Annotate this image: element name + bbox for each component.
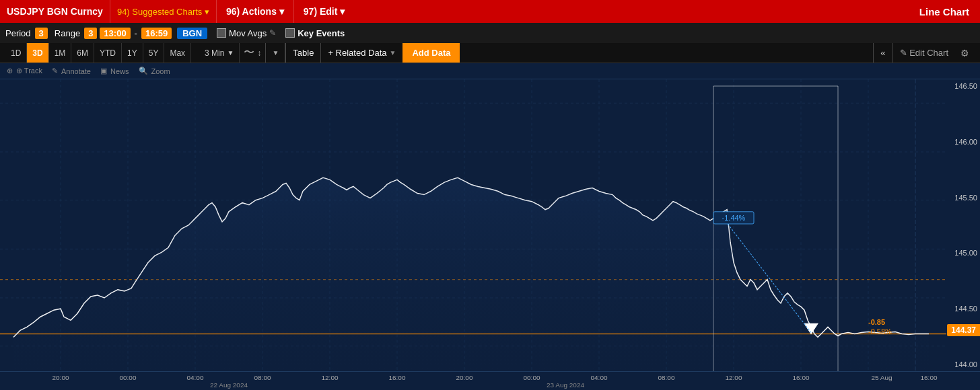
y-label-6: 144.00 [949,360,977,368]
price-change-val-text: -0.85 [868,318,885,326]
chart-type-label: Line Chart [909,6,980,17]
mov-avgs-checkbox[interactable] [217,28,226,38]
key-events-checkbox[interactable] [285,28,295,38]
currency-badge[interactable]: BGN [177,28,207,39]
track-button[interactable]: ⊕ ⊕ Track [7,67,42,75]
svg-text:20:00: 20:00 [456,374,473,381]
time-start[interactable]: 13:00 [100,28,130,39]
table-button[interactable]: Table [285,43,321,63]
add-data-button[interactable]: Add Data [403,43,460,63]
time-separator: - [133,28,139,38]
period-value[interactable]: 3 [35,28,48,39]
period-1d-button[interactable]: 1D [5,43,27,63]
period-bar: Period 3 Range 3 13:00 - 16:59 BGN Mov A… [0,23,980,43]
top-bar: USDJPY BGN Curncy 94) Suggested Charts ▾… [0,0,980,23]
svg-text:23 Aug 2024: 23 Aug 2024 [547,381,585,389]
chart-subtoolbar: ⊕ ⊕ Track ✎ Annotate ▣ News 🔍 Zoom [0,63,980,79]
edit-button[interactable]: 97) Edit ▾ [293,0,354,23]
period-ytd-button[interactable]: YTD [94,43,122,63]
change-annotation-text: -1.44% [722,214,746,222]
svg-text:08:00: 08:00 [658,374,675,381]
chart-canvas: -1.44% -0.85 -0.58% 146.50 146.00 145.50… [0,79,980,371]
y-label-4: 145.00 [949,249,977,257]
toolbar-bar: 1D 3D 1M 6M YTD 1Y 5Y Max 3 Min ▼ 〜 ↕ ▼ … [0,43,980,63]
annotate-button[interactable]: ✎ Annotate [52,67,91,75]
interval-selector[interactable]: 3 Min ▼ [199,43,240,63]
suggested-charts-button[interactable]: 94) Suggested Charts ▾ [110,0,216,23]
svg-text:08:00: 08:00 [254,374,271,381]
y-label-1: 146.50 [949,82,977,90]
chart-line-icon[interactable]: 〜 ↕ [240,46,265,60]
period-max-button[interactable]: Max [164,43,191,63]
news-button[interactable]: ▣ News [100,67,129,75]
svg-text:04:00: 04:00 [186,374,204,381]
chart-area: ⊕ ⊕ Track ✎ Annotate ▣ News 🔍 Zoom [0,63,980,390]
svg-text:04:00: 04:00 [590,374,608,381]
period-5y-button[interactable]: 5Y [143,43,165,63]
news-icon: ▣ [100,67,107,75]
x-axis: 20:00 00:00 04:00 08:00 12:00 16:00 20:0… [0,371,980,390]
zoom-icon: 🔍 [139,67,148,75]
svg-text:12:00: 12:00 [321,374,339,381]
svg-text:16:00: 16:00 [792,374,810,381]
annotate-icon: ✎ [52,67,58,75]
price-chart-svg: -1.44% -0.85 -0.58% [0,79,946,371]
svg-text:16:00: 16:00 [388,374,406,381]
mov-avgs-label: Mov Avgs [229,28,267,38]
x-axis-svg: 20:00 00:00 04:00 08:00 12:00 16:00 20:0… [0,372,946,390]
collapse-button[interactable]: « [873,43,892,63]
y-label-2: 146.00 [949,138,977,146]
period-3d-button[interactable]: 3D [27,43,48,63]
key-events-label: Key Events [298,28,345,38]
svg-text:16:00: 16:00 [920,374,938,381]
time-end[interactable]: 16:59 [141,28,172,39]
svg-text:00:00: 00:00 [119,374,137,381]
period-label: Period [5,28,31,38]
related-data-chevron: ▼ [390,49,396,56]
edit-chart-button[interactable]: ✎ Edit Chart [893,43,955,63]
svg-text:00:00: 00:00 [523,374,540,381]
key-events-toggle[interactable]: Key Events [285,28,345,38]
range-label: Range [55,28,80,38]
actions-button[interactable]: 96) Actions ▾ [216,0,293,23]
mov-avgs-edit-icon[interactable]: ✎ [269,28,276,38]
period-6m-button[interactable]: 6M [71,43,94,63]
y-label-5: 144.50 [949,305,977,313]
price-change-pct-text: -0.58% [868,327,892,336]
chart-area-fill [13,178,929,371]
svg-text:22 Aug 2024: 22 Aug 2024 [210,381,248,389]
current-price-tag: 144.37 [947,324,980,336]
track-icon: ⊕ [7,67,13,75]
svg-text:20:00: 20:00 [52,374,69,381]
y-label-3: 145.50 [949,194,977,202]
ticker-label: USDJPY BGN Curncy [0,0,110,23]
zoom-button[interactable]: 🔍 Zoom [139,67,170,75]
mov-avgs-toggle[interactable]: Mov Avgs ✎ [217,28,276,38]
svg-text:25 Aug: 25 Aug [871,374,892,381]
toolbar-right: « ✎ Edit Chart ⚙ [873,43,975,63]
range-value[interactable]: 3 [84,28,97,39]
chart-style-dropdown[interactable]: ▼ [265,43,285,63]
period-1y-button[interactable]: 1Y [122,43,143,63]
gear-icon[interactable]: ⚙ [955,48,975,58]
related-data-button[interactable]: + Related Data ▼ [321,43,403,63]
period-1m-button[interactable]: 1M [49,43,72,63]
svg-text:12:00: 12:00 [725,374,742,381]
